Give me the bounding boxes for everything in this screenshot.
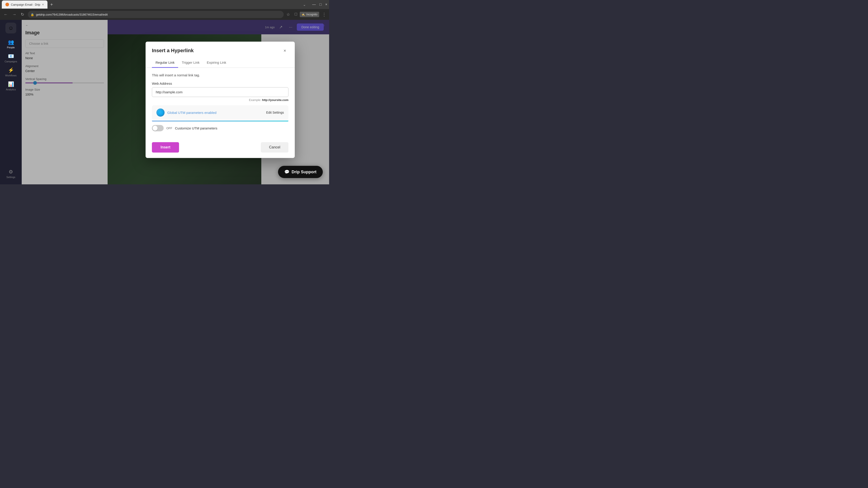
sidebar-item-label: Analytics — [6, 88, 16, 91]
sidebar: ☺ 👥 People 📧 Campaigns ⚡ Workflows 📊 Ana… — [0, 20, 22, 184]
modal-title: Insert a Hyperlink — [152, 48, 194, 54]
example-url: http://yoursite.com — [262, 98, 288, 102]
web-address-label: Web Address — [152, 82, 288, 86]
back-nav-btn[interactable]: ← — [3, 11, 8, 18]
sidebar-item-campaigns[interactable]: 📧 Campaigns — [0, 51, 22, 65]
sidebar-item-settings-label: Settings — [6, 176, 16, 178]
utm-globe-icon: 🌐 — [156, 108, 164, 117]
tab-favicon: 🔸 — [5, 3, 9, 6]
tab-list-btn[interactable]: ⌄ — [303, 2, 306, 7]
sidebar-item-people[interactable]: 👥 People — [0, 37, 22, 51]
url-example: Example: http://yoursite.com — [152, 98, 288, 102]
utm-edit-settings-button[interactable]: Edit Settings — [266, 111, 284, 114]
tab-trigger-link[interactable]: Trigger Link — [178, 58, 203, 68]
utm-customize-toggle-row: OFF Customize UTM parameters — [152, 125, 288, 131]
people-icon: 👥 — [8, 39, 14, 45]
content-area: Email Camp 1m ago ↗ ··· Done editing ← I… — [22, 20, 329, 184]
drip-support-icon: 💬 — [284, 169, 289, 174]
refresh-btn[interactable]: ↻ — [20, 11, 25, 18]
insert-button[interactable]: Insert — [152, 142, 179, 153]
sidebar-item-settings[interactable]: ⚙ Settings — [0, 167, 22, 181]
settings-icon: ⚙ — [8, 169, 13, 175]
tab-close-btn[interactable]: × — [42, 3, 44, 6]
forward-nav-btn[interactable]: → — [11, 11, 17, 18]
modal-close-button[interactable]: × — [281, 47, 288, 54]
workflows-icon: ⚡ — [8, 67, 14, 73]
cancel-button[interactable]: Cancel — [261, 142, 288, 153]
analytics-icon: 📊 — [8, 81, 14, 87]
app-container: ☺ 👥 People 📧 Campaigns ⚡ Workflows 📊 Ana… — [0, 20, 329, 184]
menu-icon[interactable]: ⋮ — [322, 12, 327, 17]
drip-support-label: Drip Support — [291, 170, 316, 174]
extension-icon[interactable]: □ — [294, 12, 297, 17]
tab-expiring-link[interactable]: Expiring Link — [203, 58, 230, 68]
ssl-lock-icon: 🔒 — [31, 13, 34, 16]
modal-description: This will insert a normal link tag. — [152, 73, 288, 77]
app-logo[interactable]: ☺ — [5, 23, 16, 33]
active-tab[interactable]: 🔸 Campaign Email · Drip × — [2, 0, 48, 8]
minimize-btn[interactable]: — — [312, 2, 316, 6]
tab-regular-link[interactable]: Regular Link — [152, 58, 178, 68]
drip-support-button[interactable]: 💬 Drip Support — [278, 166, 323, 178]
url-display: getdrip.com/7641396/broadcasts/318674615… — [36, 13, 107, 16]
toggle-off-label: OFF — [166, 127, 172, 130]
utm-customize-toggle[interactable] — [152, 125, 164, 131]
utm-status-text: Global UTM parameters enabled — [167, 111, 217, 115]
utm-highlight-line — [152, 121, 288, 121]
campaigns-icon: 📧 — [8, 53, 14, 59]
sidebar-item-workflows[interactable]: ⚡ Workflows — [0, 65, 22, 79]
browser-chrome: 🔸 Campaign Email · Drip × + ⌄ — □ × ← → … — [0, 0, 329, 20]
sidebar-item-analytics[interactable]: 📊 Analytics — [0, 79, 22, 93]
sidebar-item-label: Workflows — [5, 74, 17, 77]
address-bar-input[interactable]: 🔒 getdrip.com/7641396/broadcasts/3186746… — [28, 11, 284, 18]
modal-tabs: Regular Link Trigger Link Expiring Link — [146, 58, 295, 68]
sidebar-item-label: People — [7, 46, 15, 49]
new-tab-btn[interactable]: + — [49, 1, 55, 8]
maximize-btn[interactable]: □ — [319, 2, 322, 6]
customize-utm-label: Customize UTM parameters — [175, 126, 217, 130]
utm-status-box: 🌐 Global UTM parameters enabled Edit Set… — [152, 105, 288, 120]
bookmark-icon[interactable]: ☆ — [286, 12, 290, 17]
insert-hyperlink-modal: Insert a Hyperlink × Regular Link Trigge… — [146, 41, 295, 158]
url-input-field[interactable] — [152, 87, 288, 97]
sidebar-item-label: Campaigns — [4, 60, 17, 63]
toggle-knob — [153, 126, 158, 131]
tab-title: Campaign Email · Drip — [11, 3, 40, 6]
close-btn[interactable]: × — [325, 2, 327, 6]
incognito-badge: 🕵 Incognito — [300, 12, 319, 17]
